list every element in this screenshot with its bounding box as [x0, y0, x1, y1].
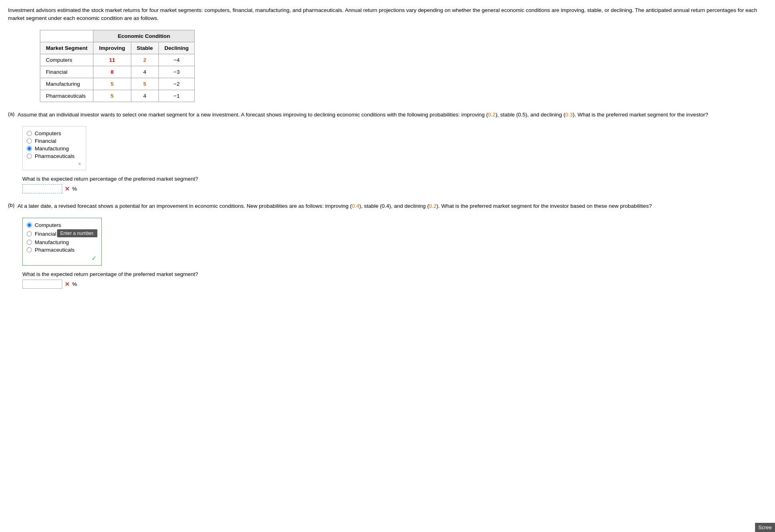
part-a-question-text: Assume that an individual investor wants… — [18, 111, 708, 119]
data-table-wrapper: Economic Condition Market Segment Improv… — [40, 30, 767, 102]
part-b-return-row[interactable]: ✕ % — [22, 280, 767, 289]
part-a-label-financial: Financial — [35, 138, 56, 144]
part-a-option-manufacturing[interactable]: Manufacturing — [27, 146, 82, 152]
part-a-pct-label: % — [72, 186, 77, 192]
part-a-radio-computers[interactable] — [27, 131, 32, 136]
part-b-return-label-row: What is the expected return percentage o… — [8, 271, 767, 277]
part-b-label-financial: Financial — [35, 231, 56, 237]
part-b-label-pharmaceuticals: Pharmaceuticals — [35, 247, 75, 253]
part-a-prob-improving: 0.2 — [488, 112, 496, 118]
part-a-return-input[interactable] — [22, 184, 62, 193]
part-b-option-financial[interactable]: Financial Enter a number. — [27, 230, 97, 238]
manufacturing-improving: 5 — [93, 78, 131, 90]
part-b-radio-financial[interactable] — [27, 231, 32, 236]
part-b-pct-label: % — [72, 281, 77, 287]
table-stable-header: Stable — [131, 42, 159, 54]
part-a-label-computers: Computers — [35, 130, 61, 136]
segment-manufacturing: Manufacturing — [40, 78, 93, 90]
computers-stable: 2 — [131, 54, 159, 66]
part-b-question-text: At a later date, a revised forecast show… — [18, 202, 652, 211]
part-b-option-manufacturing[interactable]: Manufacturing — [27, 239, 97, 245]
table-corner-cell — [40, 30, 93, 42]
table-row: Pharmaceuticals 5 4 −1 — [40, 90, 195, 102]
computers-improving: 11 — [93, 54, 131, 66]
part-a-radio-financial[interactable] — [27, 138, 32, 144]
part-b-check-button[interactable]: ✓ — [91, 254, 97, 262]
market-data-table: Economic Condition Market Segment Improv… — [40, 30, 195, 102]
segment-financial: Financial — [40, 66, 93, 78]
part-a-option-computers[interactable]: Computers — [27, 130, 82, 136]
part-b-label-manufacturing: Manufacturing — [35, 239, 69, 245]
computers-declining: −4 — [159, 54, 195, 66]
part-a-option-pharmaceuticals[interactable]: Pharmaceuticals — [27, 153, 82, 159]
part-b-radio-computers[interactable] — [27, 223, 32, 228]
part-a-label-manufacturing: Manufacturing — [35, 146, 69, 152]
part-b-option-pharmaceuticals[interactable]: Pharmaceuticals — [27, 247, 97, 253]
part-a-prob-declining: 0.3 — [565, 112, 573, 118]
pharma-stable: 4 — [131, 90, 159, 102]
part-a-return-row[interactable]: ✕ % — [22, 184, 767, 193]
part-b-radio-manufacturing[interactable] — [27, 240, 32, 245]
part-a-radio-pharmaceuticals[interactable] — [27, 154, 32, 159]
part-a-option-financial[interactable]: Financial — [27, 138, 82, 144]
part-b-label-computers: Computers — [35, 222, 61, 228]
part-a-return-question: What is the expected return percentage o… — [22, 176, 767, 182]
part-b-label: (b) — [8, 202, 15, 215]
table-row: Computers 11 2 −4 — [40, 54, 195, 66]
part-a-clear-button[interactable]: × — [77, 161, 82, 167]
part-b-block: (b) At a later date, a revised forecast … — [8, 202, 767, 289]
part-b-x-mark: ✕ — [65, 281, 70, 288]
pharma-declining: −1 — [159, 90, 195, 102]
part-b-prob-declining: 0.2 — [429, 203, 437, 209]
table-economic-condition-header: Economic Condition — [93, 30, 195, 42]
pharma-improving: 5 — [93, 90, 131, 102]
financial-improving: 8 — [93, 66, 131, 78]
table-segment-header: Market Segment — [40, 42, 93, 54]
segment-pharmaceuticals: Pharmaceuticals — [40, 90, 93, 102]
table-row: Manufacturing 5 5 −2 — [40, 78, 195, 90]
part-b-prob-improving: 0.4 — [352, 203, 359, 209]
part-a-return-label-row: What is the expected return percentage o… — [8, 176, 767, 182]
table-declining-header: Declining — [159, 42, 195, 54]
part-a-question-row: (a) Assume that an individual investor w… — [8, 111, 767, 123]
part-b-option-computers[interactable]: Computers — [27, 222, 97, 228]
part-a-x-mark: ✕ — [65, 185, 70, 193]
part-b-tooltip: Enter a number. — [57, 229, 97, 237]
part-b-question-row: (b) At a later date, a revised forecast … — [8, 202, 767, 215]
table-row: Financial 8 4 −3 — [40, 66, 195, 78]
segment-computers: Computers — [40, 54, 93, 66]
part-a-radio-group: Computers Financial Manufacturing Pharma… — [22, 126, 86, 170]
table-improving-header: Improving — [93, 42, 131, 54]
part-a-clear-row: × — [27, 161, 82, 167]
part-b-radio-group: Computers Financial Enter a number. Manu… — [22, 218, 102, 266]
part-b-return-question: What is the expected return percentage o… — [22, 271, 767, 277]
intro-paragraph: Investment advisors estimated the stock … — [8, 6, 767, 23]
part-a-label: (a) — [8, 111, 15, 123]
part-a-label-pharmaceuticals: Pharmaceuticals — [35, 153, 75, 159]
financial-declining: −3 — [159, 66, 195, 78]
manufacturing-stable: 5 — [131, 78, 159, 90]
part-a-radio-manufacturing[interactable] — [27, 146, 32, 151]
part-a-block: (a) Assume that an individual investor w… — [8, 111, 767, 194]
part-b-check-row: ✓ — [27, 254, 97, 262]
manufacturing-declining: −2 — [159, 78, 195, 90]
financial-stable: 4 — [131, 66, 159, 78]
part-b-return-input[interactable] — [22, 280, 62, 289]
part-b-radio-pharmaceuticals[interactable] — [27, 247, 32, 252]
